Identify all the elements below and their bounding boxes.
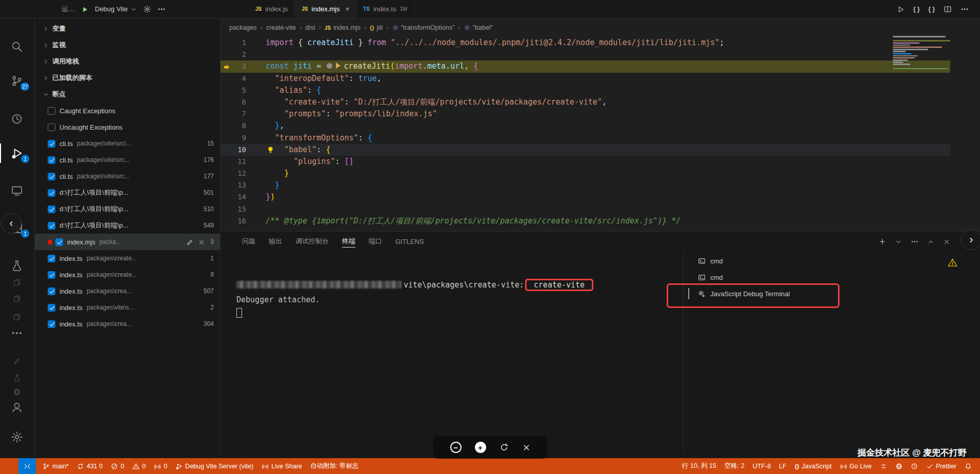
status-auto-attach[interactable]: 自动附加: 带标志 — [306, 458, 363, 474]
line-number[interactable]: 1 — [220, 37, 252, 49]
section-断点[interactable]: 断点 — [34, 86, 220, 102]
split-editor-button[interactable] — [944, 5, 952, 13]
close-button[interactable] — [522, 443, 531, 451]
breadcrumb-item[interactable]: "transformOptions" — [392, 24, 455, 31]
line-number[interactable]: 10 — [220, 144, 252, 156]
code-editor[interactable]: 1import { createJiti } from "../../../no… — [220, 37, 950, 228]
breakpoint-checkbox[interactable] — [55, 238, 63, 246]
code-line-6[interactable]: 6 "create-vite": "D:/打工人/项目/前端/projects/… — [220, 96, 950, 108]
status-notifications[interactable] — [961, 458, 976, 474]
breakpoint-checkbox[interactable] — [48, 205, 55, 213]
nav-prev-button[interactable]: ‹ — [1, 213, 22, 234]
activity-accounts[interactable] — [0, 396, 34, 419]
breakpoint-row[interactable]: d:\打工人\项目\前端\p...549 — [34, 217, 220, 234]
code-line-5[interactable]: 5 "alias": { — [220, 85, 950, 96]
braces-icon-2[interactable]: { } — [928, 6, 935, 13]
breadcrumb-item[interactable]: {}jiti — [370, 24, 383, 31]
lightbulb-icon[interactable] — [267, 146, 274, 157]
panel-tab-问题[interactable]: 问题 — [235, 232, 262, 251]
inline-breakpoint-candidate-icon[interactable] — [327, 63, 332, 69]
line-number[interactable]: 6 — [220, 96, 252, 108]
status-language-mode[interactable]: {}JavaScript — [791, 458, 836, 474]
breakpoint-row[interactable]: index.tspackages\create...9 — [34, 266, 220, 283]
nav-next-button[interactable]: › — [961, 230, 980, 250]
breakpoint-checkbox[interactable] — [48, 189, 55, 197]
status-sync-alt[interactable] — [876, 458, 891, 474]
terminal-picker-button[interactable] — [895, 237, 902, 245]
breakpoint-row[interactable]: index.tspackages\crea...304 — [34, 316, 220, 332]
line-number[interactable]: 15 — [220, 203, 252, 215]
zoom-in-button[interactable]: + — [475, 442, 486, 453]
minimap[interactable] — [893, 36, 950, 76]
status-live-share[interactable]: Live Share — [257, 458, 306, 474]
code-line-15[interactable]: 15 — [220, 203, 950, 215]
restart-button[interactable] — [499, 443, 509, 452]
code-line-14[interactable]: 14}) — [220, 191, 950, 203]
line-number[interactable]: 16 — [220, 215, 252, 227]
line-number[interactable]: 8 — [220, 120, 252, 132]
code-line-16[interactable]: 16/** @type {import("D:/打工人/项目/前端/projec… — [220, 215, 950, 227]
code-line-3[interactable]: 3const jiti = createJiti(import.meta.url… — [220, 60, 950, 72]
panel-tab-输出[interactable]: 输出 — [262, 232, 289, 251]
checkbox[interactable] — [48, 123, 55, 131]
activity-remote-explorer[interactable] — [0, 179, 34, 202]
line-number[interactable]: 9 — [220, 132, 252, 144]
window-menu-label[interactable]: 运… — [62, 5, 75, 14]
line-number[interactable]: 2 — [220, 49, 252, 60]
code-line-1[interactable]: 1import { createJiti } from "../../../no… — [220, 37, 950, 49]
close-panel-button[interactable] — [943, 237, 950, 245]
code-line-2[interactable]: 2 — [220, 49, 950, 60]
breakpoint-row[interactable]: cli.tspackages\vite\src...176 — [34, 152, 220, 168]
checkbox[interactable] — [48, 107, 55, 115]
edit-breakpoint-icon[interactable] — [186, 238, 193, 246]
breakpoint-checkbox[interactable] — [48, 287, 55, 295]
status-branch[interactable]: main* — [38, 458, 73, 474]
section-监视[interactable]: 监视 — [34, 37, 220, 53]
status-encoding[interactable]: UTF-8 — [749, 458, 775, 474]
panel-more-button[interactable] — [911, 237, 918, 245]
status-session-time[interactable] — [907, 458, 922, 474]
remove-breakpoint-icon[interactable] — [198, 238, 205, 246]
panel-tab-GITLENS[interactable]: GITLENS — [389, 232, 431, 251]
new-terminal-button[interactable] — [878, 237, 886, 245]
code-line-12[interactable]: 12 } — [220, 168, 950, 179]
section-变量[interactable]: 变量 — [34, 20, 220, 37]
activity-timeline-history[interactable] — [0, 108, 34, 130]
status-warnings[interactable]: 0 — [128, 458, 150, 474]
section-调用堆栈[interactable]: 调用堆栈 — [34, 53, 220, 70]
breadcrumb-item[interactable]: JSindex.mjs — [325, 24, 361, 31]
status-prettier[interactable]: Prettier — [922, 458, 961, 474]
status-browser-preview[interactable] — [891, 458, 907, 474]
breakpoint-row[interactable]: cli.tspackages\vite\src\...15 — [34, 135, 220, 152]
breakpoint-row[interactable]: d:\打工人\项目\前端\p...501 — [34, 184, 220, 201]
status-go-live[interactable]: Go Live — [836, 458, 876, 474]
breakpoint-checkbox[interactable] — [48, 320, 55, 328]
terminal-tab-cmd[interactable]: cmd — [684, 269, 837, 285]
tab-index.ts[interactable]: TSindex.ts1M — [356, 0, 414, 18]
activity-search[interactable] — [0, 35, 34, 58]
breakpoint-row[interactable]: cli.tspackages\vite\src...177 — [34, 168, 220, 184]
breakpoint-checkbox[interactable] — [48, 156, 55, 164]
code-line-11[interactable]: 11 "plugins": [] — [220, 156, 950, 168]
breadcrumb-item[interactable]: create-vite — [266, 24, 296, 31]
breakpoint-checkbox[interactable] — [48, 140, 55, 148]
zoom-out-button[interactable]: − — [450, 442, 462, 453]
status-eol[interactable]: LF — [775, 458, 791, 474]
code-line-10[interactable]: 10 "babel": { — [220, 144, 950, 156]
code-line-9[interactable]: 9 "transformOptions": { — [220, 132, 950, 144]
activity-settings[interactable] — [0, 426, 34, 448]
code-line-7[interactable]: 7 "prompts": "prompts/lib/index.js" — [220, 108, 950, 120]
breadcrumb-item[interactable]: packages — [229, 24, 257, 31]
activity-more-views[interactable] — [0, 322, 34, 344]
breakpoint-checkbox[interactable] — [48, 222, 55, 230]
status-errors[interactable]: 0 — [107, 458, 128, 474]
activity-run-and-debug[interactable]: 1 — [0, 142, 34, 164]
status-cursor-position[interactable]: 行 10, 列 15 — [678, 458, 721, 474]
breakpoint-checkbox[interactable] — [48, 173, 55, 180]
panel-tab-端口[interactable]: 端口 — [362, 232, 389, 251]
breakpoint-row[interactable]: index.mjspacka...3 — [34, 234, 220, 250]
close-tab-icon[interactable]: × — [345, 5, 349, 13]
line-number[interactable]: 7 — [220, 108, 252, 120]
panel-tab-调试控制台[interactable]: 调试控制台 — [289, 232, 335, 251]
terminal-tab-cmd[interactable]: cmd — [684, 253, 837, 269]
